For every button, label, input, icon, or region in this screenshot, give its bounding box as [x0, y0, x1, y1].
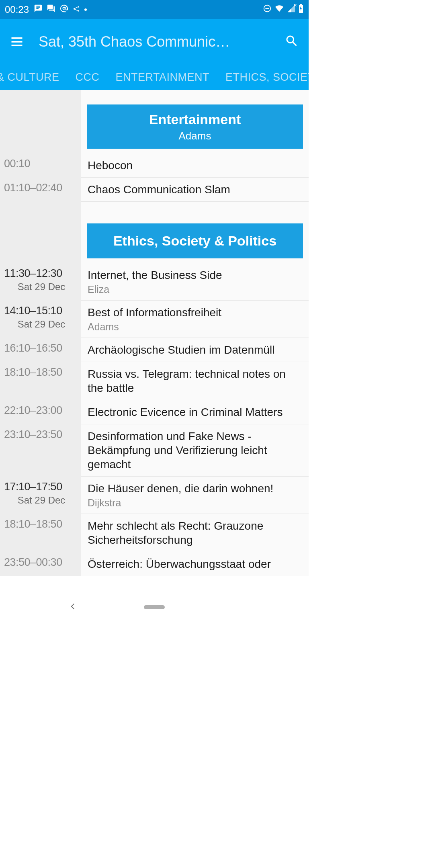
- time-range: 17:10–17:50: [4, 481, 79, 493]
- event-title: Mehr schlecht als Recht: Grauzone Sicher…: [88, 519, 302, 547]
- tab-art-culture[interactable]: & CULTURE: [0, 71, 68, 84]
- event-title: Best of Informationsfreiheit: [88, 305, 302, 319]
- time-range: 23:10–23:50: [4, 428, 79, 441]
- tab-bar: & CULTURE CCC ENTERTAINMENT ETHICS, SOCI…: [0, 64, 309, 90]
- event-cell[interactable]: Electronic Evicence in Criminal Matters: [81, 400, 309, 424]
- svg-point-2: [78, 10, 79, 11]
- status-bar: 00:23 R: [0, 0, 309, 19]
- schedule-row[interactable]: 22:10–23:00Electronic Evicence in Crimin…: [0, 400, 309, 424]
- schedule-row[interactable]: 14:10–15:10Sat 29 DecBest of Information…: [0, 301, 309, 338]
- event-date: Sat 29 Dec: [4, 281, 79, 293]
- event-time: 18:10–18:50: [0, 514, 81, 552]
- search-icon[interactable]: [285, 34, 299, 50]
- schedule-row[interactable]: 18:10–18:50Russia vs. Telegram: technica…: [0, 362, 309, 400]
- svg-rect-6: [300, 4, 302, 5]
- event-title: Die Häuser denen, die darin wohnen!: [88, 481, 302, 495]
- time-range: 16:10–16:50: [4, 342, 79, 354]
- dnd-icon: [263, 4, 272, 15]
- dot-icon: [84, 8, 87, 11]
- page-title: Sat, 35th Chaos Communic…: [39, 33, 280, 50]
- section-room: Adams: [90, 130, 300, 142]
- svg-point-1: [78, 6, 79, 7]
- event-cell[interactable]: Internet, the Business SideEliza: [81, 263, 309, 301]
- share-icon: [72, 4, 80, 15]
- event-cell[interactable]: Hebocon: [81, 154, 309, 178]
- schedule-content[interactable]: Entertainment Adams 00:10Hebocon01:10–02…: [0, 90, 309, 597]
- event-time: 17:10–17:50Sat 29 Dec: [0, 477, 81, 514]
- event-cell[interactable]: Die Häuser denen, die darin wohnen!Dijks…: [81, 477, 309, 514]
- wifi-icon: [274, 4, 285, 15]
- section-header-entertainment: Entertainment Adams: [87, 104, 303, 149]
- at-icon: [59, 4, 68, 15]
- event-title: Österreich: Überwachungsstaat oder: [88, 557, 302, 571]
- event-room: Adams: [88, 321, 302, 333]
- section-title: Entertainment: [90, 112, 300, 127]
- schedule-row[interactable]: 11:30–12:30Sat 29 DecInternet, the Busin…: [0, 263, 309, 301]
- section-title: Ethics, Society & Politics: [90, 233, 300, 249]
- schedule-row[interactable]: 00:10Hebocon: [0, 154, 309, 178]
- schedule-row[interactable]: 23:10–23:50Desinformation und Fake News …: [0, 424, 309, 477]
- status-time: 00:23: [5, 4, 29, 15]
- event-date: Sat 29 Dec: [4, 495, 79, 506]
- menu-icon[interactable]: [10, 34, 24, 50]
- event-cell[interactable]: Russia vs. Telegram: technical notes on …: [81, 362, 309, 400]
- time-range: 00:10: [4, 158, 79, 170]
- event-title: Russia vs. Telegram: technical notes on …: [88, 367, 302, 395]
- event-date: Sat 29 Dec: [4, 319, 79, 330]
- app-bar: Sat, 35th Chaos Communic…: [0, 19, 309, 64]
- signal-icon: R: [287, 4, 296, 15]
- time-range: 01:10–02:40: [4, 182, 79, 194]
- chat-icon: [47, 4, 55, 15]
- event-cell[interactable]: Österreich: Überwachungsstaat oder: [81, 552, 309, 576]
- nav-bar: [0, 597, 309, 617]
- tab-ethics[interactable]: ETHICS, SOCIETY &: [217, 71, 309, 84]
- event-cell[interactable]: Best of InformationsfreiheitAdams: [81, 301, 309, 338]
- time-range: 22:10–23:00: [4, 404, 79, 417]
- event-time: 01:10–02:40: [0, 178, 81, 202]
- event-title: Hebocon: [88, 158, 302, 172]
- section-header: Ethics, Society & Politics: [87, 223, 303, 258]
- schedule-row[interactable]: 17:10–17:50Sat 29 DecDie Häuser denen, d…: [0, 477, 309, 514]
- status-left-icons: [34, 4, 87, 15]
- event-room: Eliza: [88, 284, 302, 295]
- event-time: 00:10: [0, 154, 81, 178]
- event-time: 16:10–16:50: [0, 338, 81, 362]
- event-time: 23:10–23:50: [0, 424, 81, 477]
- schedule-row[interactable]: 18:10–18:50Mehr schlecht als Recht: Grau…: [0, 514, 309, 552]
- tab-entertainment[interactable]: ENTERTAINMENT: [108, 71, 218, 84]
- tab-ccc[interactable]: CCC: [68, 71, 108, 84]
- event-cell[interactable]: Chaos Communication Slam: [81, 178, 309, 202]
- event-time: 18:10–18:50: [0, 362, 81, 400]
- time-range: 18:10–18:50: [4, 518, 79, 530]
- schedule-row[interactable]: 16:10–16:50Archäologische Studien im Dat…: [0, 338, 309, 362]
- time-range: 11:30–12:30: [4, 267, 79, 280]
- event-title: Desinformation und Fake News - Bekämpfun…: [88, 429, 302, 471]
- event-title: Electronic Evicence in Criminal Matters: [88, 405, 302, 419]
- event-time: 11:30–12:30Sat 29 Dec: [0, 263, 81, 301]
- event-title: Chaos Communication Slam: [88, 182, 302, 197]
- event-cell[interactable]: Mehr schlecht als Recht: Grauzone Sicher…: [81, 514, 309, 552]
- event-time: 23:50–00:30: [0, 552, 81, 576]
- event-time: 14:10–15:10Sat 29 Dec: [0, 301, 81, 338]
- schedule-row[interactable]: 23:50–00:30Österreich: Überwachungsstaat…: [0, 552, 309, 576]
- event-room: Dijkstra: [88, 497, 302, 509]
- time-range: 23:50–00:30: [4, 556, 79, 569]
- svg-rect-4: [265, 8, 269, 9]
- back-icon[interactable]: [68, 602, 77, 612]
- event-title: Internet, the Business Side: [88, 268, 302, 282]
- event-cell[interactable]: Archäologische Studien im Datenmüll: [81, 338, 309, 362]
- event-title: Archäologische Studien im Datenmüll: [88, 343, 302, 357]
- battery-icon: [298, 4, 304, 16]
- event-time: 22:10–23:00: [0, 400, 81, 424]
- time-range: 14:10–15:10: [4, 305, 79, 317]
- time-range: 18:10–18:50: [4, 366, 79, 379]
- message-icon: [34, 4, 43, 15]
- schedule-row[interactable]: 01:10–02:40Chaos Communication Slam: [0, 178, 309, 202]
- home-pill-icon[interactable]: [144, 605, 165, 609]
- event-cell[interactable]: Desinformation und Fake News - Bekämpfun…: [81, 424, 309, 477]
- status-right-icons: R: [263, 4, 304, 16]
